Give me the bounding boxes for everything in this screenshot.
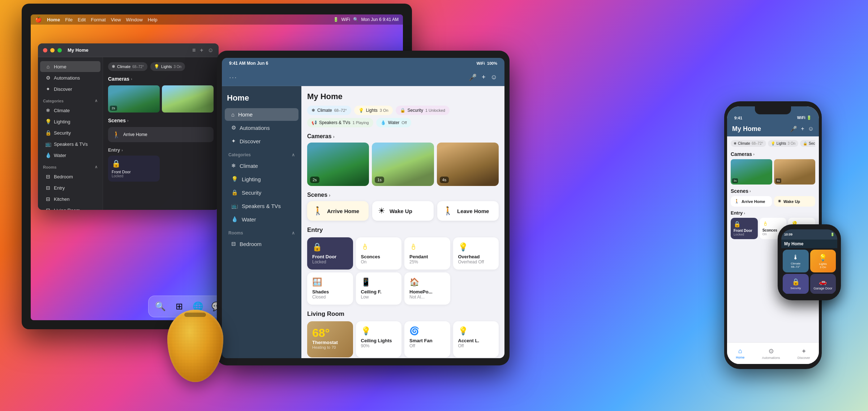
- ipad-face-icon[interactable]: ☺: [491, 73, 497, 81]
- ipad-scene-arrive-home[interactable]: 🚶 Arrive Home: [307, 201, 369, 221]
- sidebar-item-water[interactable]: 💧 Water: [40, 150, 100, 161]
- sidebar-item-kitchen[interactable]: ⊟ Kitchen: [40, 194, 100, 204]
- sidebar-item-climate[interactable]: ❄ Climate: [40, 105, 100, 116]
- mac-pill-lights[interactable]: 💡 Lights 3 On: [150, 62, 185, 71]
- sidebar-item-automations[interactable]: ⚙ Automations: [40, 72, 100, 83]
- ipad-scene-leave-home[interactable]: 🚶 Leave Home: [437, 201, 499, 221]
- rooms-chevron[interactable]: ∧: [95, 165, 98, 169]
- leave-home-scene-label: Leave Home: [457, 208, 489, 214]
- ipad-topnav-dots[interactable]: ···: [229, 73, 237, 81]
- ipad-sidebar-home[interactable]: ⌂ Home: [225, 108, 298, 121]
- menubar-edit[interactable]: Edit: [78, 17, 86, 22]
- ipad-scene-wake-up[interactable]: ☀ Wake Up: [372, 201, 434, 221]
- sidebar-item-security[interactable]: 🔒 Security: [40, 127, 100, 138]
- iphone-siri-icon[interactable]: 🎤: [790, 126, 797, 132]
- ipad-sconces-card[interactable]: 🕯 Sconces On: [356, 237, 402, 270]
- iphone-add-icon[interactable]: +: [801, 126, 804, 132]
- menubar-time: Mon Jun 6 9:41 AM: [361, 17, 399, 22]
- ipad-add-icon[interactable]: +: [482, 73, 486, 81]
- ipad-sidebar-lighting[interactable]: 💡 Lighting: [225, 173, 298, 186]
- ipad-overhead-card[interactable]: 💡 Overhead Overhead Off: [453, 237, 499, 270]
- iphone-pill-security[interactable]: 🔒 Security 1 Unlocked: [800, 140, 815, 147]
- ipad-sidebar-security[interactable]: 🔒 Security: [225, 186, 298, 199]
- iphone-camera-indoor[interactable]: 4s: [774, 159, 816, 185]
- ipad-categories-chevron[interactable]: ∧: [292, 152, 295, 157]
- ipad-accent-card[interactable]: 💡 Accent L. Off: [453, 321, 499, 357]
- iphone-face-icon[interactable]: ☺: [808, 126, 814, 132]
- iphone-tab-home[interactable]: ⌂ Home: [736, 347, 744, 359]
- ipad-sidebar-bedroom[interactable]: ⊟ Bedroom: [225, 237, 298, 250]
- categories-chevron[interactable]: ∧: [95, 98, 98, 103]
- sidebar-item-bedroom[interactable]: ⊟ Bedroom: [40, 171, 100, 182]
- apple-menu[interactable]: 🍎: [35, 16, 42, 23]
- iphone-frontdoor-card[interactable]: 🔒 Front Door Locked: [731, 218, 758, 239]
- mac-scenes-header[interactable]: Scenes ›: [108, 118, 214, 123]
- window-minimize-button[interactable]: [50, 48, 55, 52]
- ipad-camera-patio[interactable]: 1s: [372, 143, 434, 186]
- ipad-frontdoor-card[interactable]: 🔒 Front Door Locked: [307, 237, 353, 270]
- mac-scene-arrive-home[interactable]: 🚶 Arrive Home: [108, 127, 214, 142]
- menubar-window[interactable]: Window: [126, 17, 143, 22]
- ipad-scenes-header[interactable]: Scenes ›: [307, 192, 499, 198]
- menubar-file[interactable]: File: [65, 17, 73, 22]
- sidebar-item-home[interactable]: ⌂ Home: [40, 61, 100, 72]
- camera-thumb-patio[interactable]: [162, 85, 214, 113]
- sidebar-item-discover[interactable]: ✦ Discover: [40, 84, 100, 94]
- ipad-sidebar-automations[interactable]: ⚙ Automations: [225, 121, 298, 134]
- iphone-pill-climate[interactable]: ❄ Climate 68–72°: [731, 140, 766, 147]
- watch-app-climate[interactable]: 🌡 Climate 68–72°: [783, 250, 809, 272]
- ipad-pill-security[interactable]: 🔒 Security 1 Unlocked: [396, 106, 450, 115]
- watch-app-security[interactable]: 🔒 Security: [783, 274, 809, 294]
- iphone-tab-discover[interactable]: ✦ Discover: [798, 347, 810, 360]
- ipad-siri-icon[interactable]: 🎤: [469, 73, 477, 81]
- ipad-sidebar-discover[interactable]: ✦ Discover: [225, 135, 298, 148]
- camera-thumb-pool[interactable]: 2s: [108, 85, 160, 113]
- watch-app-lights[interactable]: 💡 Lights 3 On: [810, 250, 836, 272]
- mac-pill-climate[interactable]: ❄ Climate 68–72°: [108, 62, 147, 71]
- sidebar-item-livingroom[interactable]: ⊟ Living Room: [40, 205, 100, 210]
- face-icon[interactable]: ☺: [208, 47, 214, 54]
- window-maximize-button[interactable]: [57, 48, 62, 52]
- mac-cameras-header[interactable]: Cameras ›: [108, 76, 214, 82]
- iphone-cameras-header[interactable]: Cameras ›: [731, 151, 815, 157]
- ipad-shades-card[interactable]: 🪟 Shades Closed: [307, 272, 353, 305]
- mac-frontdoor-card[interactable]: 🔒 Front Door Locked: [108, 156, 160, 182]
- ipad-smartfan-card[interactable]: 🌀 Smart Fan Off: [404, 321, 450, 357]
- watch-app-garage[interactable]: 🚗 Garage Door: [810, 274, 836, 294]
- ipad-thermostat-card[interactable]: 68° Thermostat Heating to 70: [307, 321, 353, 357]
- ipad-sidebar-climate[interactable]: ❄ Climate: [225, 159, 298, 172]
- ipad-pill-speakers[interactable]: 📢 Speakers & TVs 1 Playing: [307, 118, 373, 127]
- iphone-pill-lights[interactable]: 💡 Lights 3 On: [768, 140, 798, 147]
- siri-icon[interactable]: ≡: [192, 47, 195, 54]
- ipad-rooms-chevron[interactable]: ∧: [292, 230, 295, 236]
- sidebar-item-speakers[interactable]: 📺 Speakers & TVs: [40, 139, 100, 149]
- ipad-ceiling-lights-card[interactable]: 💡 Ceiling Lights 90%: [356, 321, 402, 357]
- iphone-scene-wake-up[interactable]: ☀ Wake Up: [774, 196, 815, 207]
- menubar-format[interactable]: Format: [91, 17, 106, 22]
- add-icon[interactable]: +: [200, 47, 203, 54]
- ipad-camera-pool[interactable]: 2s: [307, 143, 369, 186]
- ipad-camera-indoor[interactable]: 4s: [437, 143, 499, 186]
- ipad-sidebar-speakers[interactable]: 📺 Speakers & TVs: [225, 199, 298, 212]
- iphone-tab-automations[interactable]: ⚙ Automations: [762, 347, 780, 360]
- menubar-help[interactable]: Help: [148, 17, 158, 22]
- sidebar-item-lighting[interactable]: 💡 Lighting: [40, 116, 100, 127]
- ipad-homepod-card[interactable]: 🏠 HomePo... Not Al...: [404, 272, 450, 305]
- iphone-scenes-header[interactable]: Scenes ›: [731, 188, 815, 194]
- window-close-button[interactable]: [43, 48, 47, 52]
- lights-pill-label: Lights: [161, 64, 172, 69]
- iphone-scene-arrive-home[interactable]: 🚶 Arrive Home: [731, 196, 772, 207]
- ipad-sidebar-water[interactable]: 💧 Water: [225, 213, 298, 226]
- ipad-pendant-card[interactable]: 🕯 Pendant 25%: [404, 237, 450, 270]
- ipad-cameras-header[interactable]: Cameras ›: [307, 133, 499, 140]
- menubar-magnifier[interactable]: 🔍: [353, 17, 358, 22]
- ipad-time: 9:41 AM Mon Jun 6: [229, 61, 268, 66]
- menubar-app-name[interactable]: Home: [47, 17, 60, 22]
- ipad-pill-lights[interactable]: 💡 Lights 3 On: [354, 106, 393, 115]
- sidebar-item-entry[interactable]: ⊟ Entry: [40, 182, 100, 193]
- ipad-ceiling-card[interactable]: 📱 Ceiling F. Low: [356, 272, 402, 305]
- ipad-pill-water[interactable]: 💧 Water Off: [376, 118, 411, 127]
- ipad-pill-climate[interactable]: ❄ Climate 68–72°: [307, 106, 351, 115]
- menubar-view[interactable]: View: [111, 17, 121, 22]
- iphone-camera-pool[interactable]: 3s: [731, 159, 772, 185]
